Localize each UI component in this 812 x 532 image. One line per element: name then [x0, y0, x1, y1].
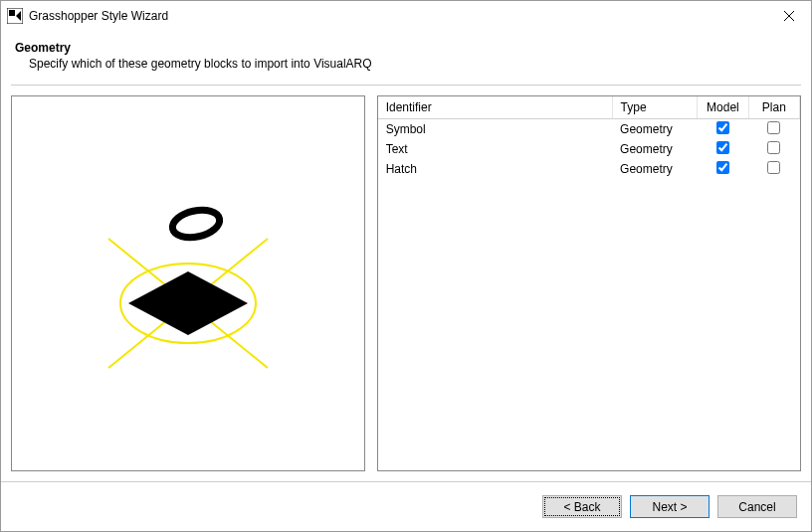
table-row: Text Geometry	[378, 139, 800, 159]
wizard-window: Grasshopper Style Wizard Geometry Specif…	[0, 0, 812, 532]
checkbox-model[interactable]	[716, 141, 729, 154]
cell-type: Geometry	[612, 119, 698, 140]
close-icon	[784, 11, 794, 21]
geometry-table: Identifier Type Model Plan Symbol Geomet…	[378, 96, 800, 179]
page-subtitle: Specify which of these geometry blocks t…	[15, 57, 795, 71]
geometry-table-pane: Identifier Type Model Plan Symbol Geomet…	[377, 95, 801, 471]
table-row: Symbol Geometry	[378, 119, 800, 140]
preview-graphic	[12, 96, 364, 470]
col-model[interactable]: Model	[698, 96, 748, 119]
col-plan[interactable]: Plan	[748, 96, 799, 119]
back-button[interactable]: < Back	[542, 495, 622, 518]
table-row: Hatch Geometry	[378, 159, 800, 179]
col-type[interactable]: Type	[612, 96, 698, 119]
content-area: Identifier Type Model Plan Symbol Geomet…	[1, 86, 811, 471]
app-icon	[7, 8, 23, 24]
preview-pane	[11, 95, 365, 471]
checkbox-plan[interactable]	[767, 161, 780, 174]
close-button[interactable]	[769, 2, 809, 30]
footer: < Back Next > Cancel	[1, 481, 811, 531]
cell-identifier: Text	[378, 139, 612, 159]
col-identifier[interactable]: Identifier	[378, 96, 612, 119]
checkbox-plan[interactable]	[767, 141, 780, 154]
svg-rect-1	[9, 10, 15, 16]
table-header-row: Identifier Type Model Plan	[378, 96, 800, 119]
checkbox-plan[interactable]	[767, 121, 780, 134]
cell-identifier: Hatch	[378, 159, 612, 179]
cell-type: Geometry	[612, 139, 698, 159]
svg-point-7	[170, 206, 222, 241]
cell-identifier: Symbol	[378, 119, 612, 140]
checkbox-model[interactable]	[716, 121, 729, 134]
cell-type: Geometry	[612, 159, 698, 179]
page-title: Geometry	[15, 41, 795, 55]
header: Geometry Specify which of these geometry…	[1, 31, 811, 81]
window-title: Grasshopper Style Wizard	[29, 9, 769, 23]
titlebar: Grasshopper Style Wizard	[1, 1, 811, 31]
next-button[interactable]: Next >	[630, 495, 710, 518]
cancel-button[interactable]: Cancel	[717, 495, 797, 518]
checkbox-model[interactable]	[716, 161, 729, 174]
